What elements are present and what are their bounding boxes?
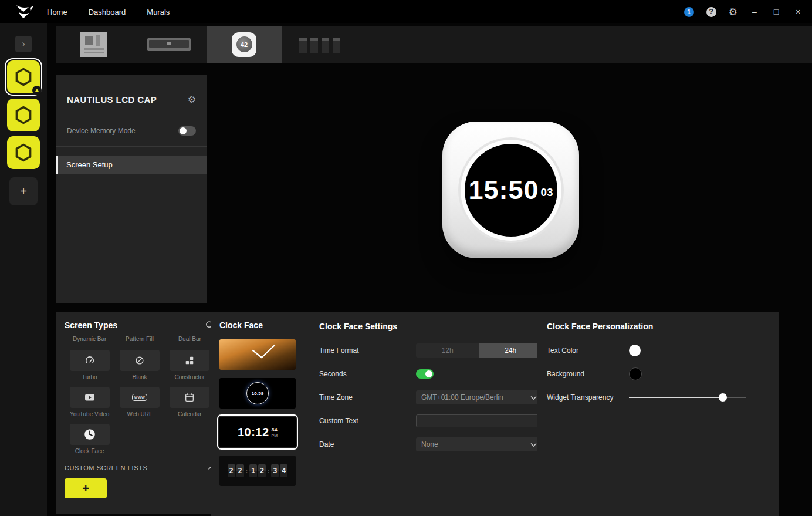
clock-face-settings-panel: Clock Face Settings Time Format 12h 24h … [310,312,552,516]
close-button[interactable]: × [793,7,803,16]
nav-dashboard[interactable]: Dashboard [89,8,126,16]
transparency-slider[interactable] [629,393,746,402]
ram-thumbnail [299,36,340,53]
text-color-label: Text Color [547,346,629,355]
flip-digit: 2 [258,464,266,477]
slider-knob[interactable] [719,393,727,402]
flip-digit: 2 [228,464,235,477]
personalization-title: Clock Face Personalization [547,322,770,331]
nav-home[interactable]: Home [47,8,67,16]
hexagon-device-icon [13,104,34,126]
maximize-button[interactable]: □ [772,7,781,16]
hexagon-device-icon [13,142,34,163]
time-format-label: Time Format [319,346,359,355]
clock-face-personalization-panel: Clock Face Personalization Text Color Ba… [537,312,779,516]
time-format-12h-option[interactable]: 12h [416,343,479,358]
device-panel: NAUTILUS LCD CAP ⚙ Device Memory Mode Sc… [56,75,207,303]
clock-face-option-sunset-analog[interactable] [219,339,296,370]
device-tile-nautilus[interactable] [7,60,40,93]
flip-digit: 1 [249,464,257,477]
hexagon-device-icon [13,66,34,87]
screen-type-youtube-button[interactable] [70,387,110,408]
toggle-knob [425,370,432,377]
toggle-knob [180,127,187,134]
constructor-blocks-icon [184,355,195,366]
screen-type-calendar-label: Calendar [178,411,202,418]
time-format-24h-option[interactable]: 24h [479,343,543,358]
screen-type-weburl-button[interactable]: WWW [120,387,160,408]
youtube-play-icon [84,392,96,403]
preview-time: 15:50 [468,175,539,205]
clock-face-option-flip[interactable]: 2 2 : 1 2 : 3 4 [219,456,296,486]
help-icon[interactable]: ? [706,7,716,17]
menu-item-screen-setup[interactable]: Screen Setup [56,156,207,174]
analog-time: 10:59 [252,391,263,396]
clock-face-title: Clock Face [219,321,313,330]
chevron-down-icon [530,396,537,400]
minimize-button[interactable]: – [750,7,759,16]
custom-text-input[interactable] [416,414,542,427]
digital-ampm: PM [272,434,278,438]
app-settings-gear-icon[interactable]: ⚙ [729,7,737,17]
device-tile-3[interactable] [7,136,40,169]
screen-types-title: Screen Types [65,321,117,330]
update-arrow-icon [35,88,39,93]
screen-type-constructor-button[interactable] [170,350,209,371]
main-nav: Home Dashboard Murals [47,8,170,16]
analog-hands-icon [219,339,296,370]
sidebar-expand-button[interactable]: › [15,36,32,52]
seconds-toggle[interactable] [416,369,434,379]
time-zone-label: Time Zone [319,393,353,402]
device-settings-gear-icon[interactable]: ⚙ [188,95,196,104]
blank-circle-slash-icon [134,355,145,366]
memory-mode-toggle[interactable] [178,126,196,136]
text-color-swatch[interactable] [629,345,641,356]
background-swatch[interactable] [629,367,642,380]
screen-type-calendar-button[interactable] [170,387,209,408]
screen-type-turbo-button[interactable] [70,350,110,371]
tab-motherboard[interactable] [56,26,131,63]
flip-colon: : [246,468,248,474]
custom-screen-lists-title: CUSTOM SCREEN LISTS [65,464,147,471]
date-value: None [421,440,438,448]
screen-type-dual-bar[interactable]: Dual Bar [178,336,201,343]
notification-badge[interactable]: 1 [684,7,694,17]
screen-type-weburl-label: Web URL [127,411,152,418]
screen-type-turbo-label: Turbo [82,374,97,381]
screen-type-clock-face-button[interactable] [70,424,110,445]
screen-type-dynamic-bar[interactable]: Dynamic Bar [73,336,106,343]
tab-lcd-cap[interactable]: 42 [207,26,282,63]
lcd-cap-thumbnail: 42 [232,32,256,57]
screen-type-youtube-label: YouTube Video [70,411,109,418]
clock-face-option-digital-selected[interactable]: 10:12 34 PM [219,417,296,447]
digital-time: 10:12 [238,426,269,439]
clock-icon [83,428,96,441]
time-zone-value: GMT+01:00 Europe/Berlin [421,393,503,402]
motherboard-thumbnail [80,32,107,57]
nav-murals[interactable]: Murals [147,8,170,16]
corsair-logo-icon[interactable] [15,4,34,19]
seconds-label: Seconds [319,370,347,378]
device-title: NAUTILUS LCD CAP [67,95,157,104]
settings-title: Clock Face Settings [319,322,542,331]
date-select[interactable]: None [416,437,542,451]
tab-keyboard[interactable] [131,26,207,63]
add-custom-screen-button[interactable]: + [65,478,107,498]
calendar-icon [184,392,195,403]
add-device-button[interactable]: + [9,177,38,205]
device-tile-2[interactable] [7,99,40,131]
keyboard-thumbnail [147,38,191,52]
screen-type-pattern-fill[interactable]: Pattern Fill [126,336,154,343]
time-zone-select[interactable]: GMT+01:00 Europe/Berlin [416,390,542,404]
time-format-segmented-control: 12h 24h [416,343,542,358]
flip-digit: 2 [236,464,244,477]
screen-type-blank-button[interactable] [120,350,160,371]
digital-seconds: 34 [272,427,278,433]
www-icon: WWW [132,394,148,401]
screen-type-blank-label: Blank [132,374,147,381]
clock-face-option-dark-analog[interactable]: 10:59 [219,378,296,409]
flip-digit: 4 [280,464,287,477]
clock-face-panel: Clock Face 10:59 10:12 34 PM 2 2 : 1 2 [211,312,322,516]
clock-face-list: 10:59 10:12 34 PM 2 2 : 1 2 : 3 4 [219,339,313,486]
tab-memory[interactable] [282,26,357,63]
